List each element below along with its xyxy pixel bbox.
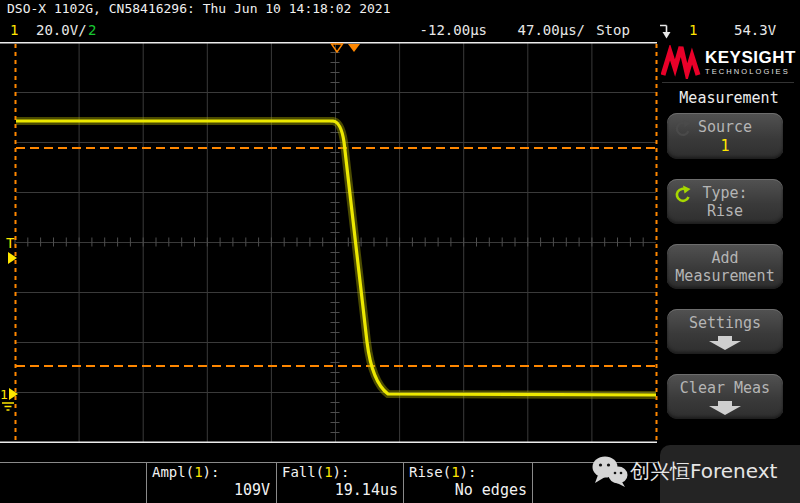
clear-meas-button[interactable]: Clear Meas — [667, 374, 783, 419]
source-button-label: Source — [667, 118, 783, 136]
ch1-scale[interactable]: 20.0V/ — [36, 22, 87, 38]
add-measurement-button[interactable]: Add Measurement — [667, 244, 783, 289]
divider — [403, 462, 404, 503]
watermark-text: 创兴恒Forenext — [630, 458, 777, 485]
ch1-ground-label: 1 — [0, 387, 8, 402]
run-state: Stop — [591, 22, 635, 38]
clear-meas-button-label: Clear Meas — [667, 379, 783, 397]
settings-button[interactable]: Settings — [667, 309, 783, 354]
keysight-spark-icon — [661, 45, 701, 79]
ch1-label[interactable]: 1 — [10, 22, 18, 38]
scope-graticule: T 1 — [0, 42, 658, 443]
oscilloscope-screen: DSO-X 1102G, CN58416296: Thu Jun 10 14:1… — [0, 0, 800, 503]
meas-fall-label: Fall(1): — [282, 464, 349, 480]
type-button[interactable]: Type: Rise — [667, 179, 783, 224]
brand-name: KEYSIGHT — [705, 49, 796, 66]
measurement-bar-border — [0, 462, 657, 463]
falling-edge-trigger-icon — [659, 23, 675, 39]
meas-rise-label: Rise(1): — [409, 464, 476, 480]
divider — [276, 462, 277, 503]
brand-subtitle: TECHNOLOGIES — [705, 68, 796, 76]
trigger-level-readout: 54.3V — [734, 22, 776, 38]
source-button[interactable]: Source 1 — [667, 113, 783, 159]
meas-rise-value: No edges — [405, 481, 527, 499]
ground-symbol-icon — [2, 403, 14, 410]
wechat-icon — [591, 455, 629, 489]
add-measurement-line2: Measurement — [667, 267, 783, 285]
meas-fall-value: 19.14us — [278, 481, 398, 499]
menu-title: Measurement — [658, 89, 800, 107]
time-reference-marker[interactable] — [332, 44, 343, 52]
delay-readout: -12.00µs — [407, 22, 487, 38]
down-arrow-icon — [708, 336, 742, 350]
meas-ampl-label: Ampl(1): — [152, 464, 219, 480]
type-button-value: Rise — [667, 202, 783, 220]
divider — [532, 462, 533, 503]
down-arrow-icon — [708, 401, 742, 415]
divider — [662, 82, 794, 83]
device-title: DSO-X 1102G, CN58416296: Thu Jun 10 14:1… — [7, 1, 391, 16]
ch2-label[interactable]: 2 — [88, 22, 96, 38]
source-button-value: 1 — [667, 137, 783, 155]
trigger-source: 1 — [689, 22, 697, 38]
type-button-label: Type: — [667, 184, 783, 202]
brand-logo: KEYSIGHT TECHNOLOGIES — [661, 45, 796, 79]
settings-button-label: Settings — [667, 314, 783, 332]
ch1-ground-arrow-icon — [9, 388, 18, 400]
softkey-sidebar: KEYSIGHT TECHNOLOGIES Measurement Source… — [658, 42, 800, 445]
meas-ampl-value: 109V — [147, 481, 270, 499]
trigger-position-marker[interactable] — [348, 44, 360, 52]
trigger-level-marker-label: T — [6, 235, 15, 251]
add-measurement-line1: Add — [667, 249, 783, 267]
timebase-readout: 47.00µs/ — [505, 22, 585, 38]
